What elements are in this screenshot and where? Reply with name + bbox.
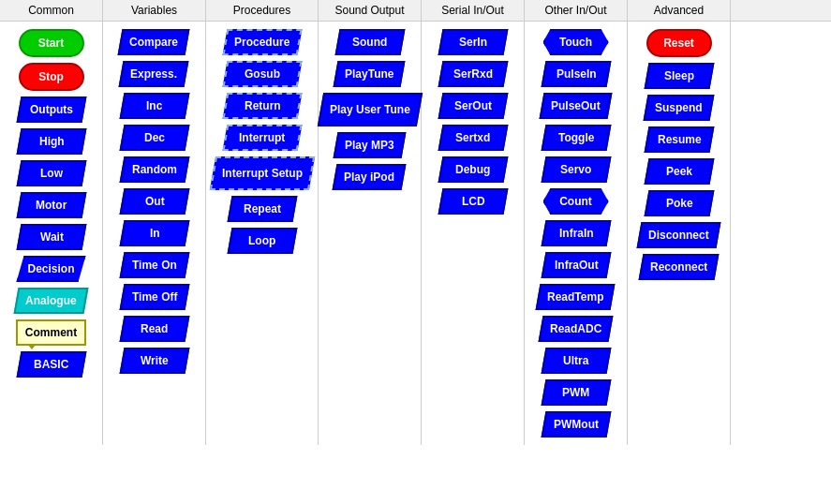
in-button[interactable]: In	[119, 220, 189, 246]
column-procedures: Procedure Gosub Return Interrupt Interru…	[206, 22, 319, 445]
express-button[interactable]: Express.	[119, 61, 189, 87]
pulseout-button[interactable]: PulseOut	[540, 93, 613, 119]
decision-button[interactable]: Decision	[16, 256, 85, 282]
suspend-button[interactable]: Suspend	[644, 95, 715, 121]
interrupt-button[interactable]: Interrupt	[222, 125, 302, 151]
gosub-button[interactable]: Gosub	[222, 61, 302, 87]
reconnect-button[interactable]: Reconnect	[638, 254, 719, 280]
peek-button[interactable]: Peek	[644, 158, 714, 185]
serin-button[interactable]: SerIn	[438, 29, 508, 55]
column-other: Touch PulseIn PulseOut Toggle Servo Coun…	[525, 22, 628, 445]
basic-button[interactable]: BASIC	[16, 351, 86, 378]
sound-button[interactable]: Sound	[334, 29, 405, 55]
servo-button[interactable]: Servo	[541, 156, 611, 183]
infraout-button[interactable]: InfraOut	[541, 252, 611, 278]
playusertune-button[interactable]: Play User Tune	[317, 93, 422, 126]
toggle-button[interactable]: Toggle	[541, 125, 611, 151]
loop-button[interactable]: Loop	[227, 228, 297, 254]
out-button[interactable]: Out	[119, 188, 189, 215]
debug-button[interactable]: Debug	[438, 156, 508, 183]
pwm-button[interactable]: PWM	[541, 379, 611, 406]
return-button[interactable]: Return	[222, 93, 302, 119]
sertxd-button[interactable]: Sertxd	[438, 125, 508, 151]
playmp3-button[interactable]: Play MP3	[334, 132, 407, 158]
serrxd-button[interactable]: SerRxd	[438, 61, 508, 87]
timeon-button[interactable]: Time On	[119, 252, 189, 278]
repeat-button[interactable]: Repeat	[227, 196, 297, 222]
read-button[interactable]: Read	[119, 316, 189, 342]
pwmout-button[interactable]: PWMout	[541, 411, 611, 437]
dec-button[interactable]: Dec	[119, 125, 189, 151]
outputs-button[interactable]: Outputs	[16, 96, 86, 123]
playtune-button[interactable]: PlayTune	[334, 61, 406, 87]
count-button[interactable]: Count	[543, 188, 609, 215]
touch-button[interactable]: Touch	[543, 29, 609, 55]
header-common: Common	[0, 0, 103, 21]
header-advanced: Advanced	[628, 0, 731, 21]
compare-button[interactable]: Compare	[118, 29, 190, 55]
interruptsetup-button[interactable]: Interrupt Setup	[209, 156, 314, 190]
reset-button[interactable]: Reset	[646, 29, 712, 57]
column-variables: Compare Express. Inc Dec Random Out In T…	[103, 22, 206, 445]
stop-button[interactable]: Stop	[19, 63, 84, 91]
wait-button[interactable]: Wait	[16, 224, 86, 250]
main-area: Start Stop Outputs High Low Motor Wait D…	[0, 22, 831, 445]
start-button[interactable]: Start	[19, 29, 84, 57]
playipod-button[interactable]: Play iPod	[333, 164, 407, 190]
readtemp-button[interactable]: ReadTemp	[536, 284, 616, 310]
column-common: Start Stop Outputs High Low Motor Wait D…	[0, 22, 103, 445]
serout-button[interactable]: SerOut	[438, 93, 508, 119]
lcd-button[interactable]: LCD	[438, 188, 508, 215]
header-row: Common Variables Procedures Sound Output…	[0, 0, 831, 22]
ultra-button[interactable]: Ultra	[541, 348, 611, 374]
motor-button[interactable]: Motor	[16, 192, 86, 218]
pulsein-button[interactable]: PulseIn	[541, 61, 611, 87]
header-other: Other In/Out	[525, 0, 628, 21]
analogue-button[interactable]: Analogue	[14, 288, 89, 314]
procedure-button[interactable]: Procedure	[222, 29, 302, 55]
high-button[interactable]: High	[16, 128, 86, 155]
header-serial: Serial In/Out	[422, 0, 525, 21]
disconnect-button[interactable]: Disconnect	[637, 222, 721, 248]
sleep-button[interactable]: Sleep	[644, 63, 714, 89]
low-button[interactable]: Low	[16, 160, 86, 186]
timeoff-button[interactable]: Time Off	[119, 284, 189, 310]
column-sound: Sound PlayTune Play User Tune Play MP3 P…	[319, 22, 422, 445]
inc-button[interactable]: Inc	[119, 93, 189, 119]
column-advanced: Reset Sleep Suspend Resume Peek Poke Dis…	[628, 22, 731, 445]
header-sound: Sound Output	[319, 0, 422, 21]
random-button[interactable]: Random	[119, 156, 189, 183]
resume-button[interactable]: Resume	[644, 126, 714, 153]
header-procedures: Procedures	[206, 0, 319, 21]
comment-button[interactable]: Comment	[16, 319, 86, 346]
infrain-button[interactable]: InfraIn	[541, 220, 611, 246]
column-serial: SerIn SerRxd SerOut Sertxd Debug LCD	[422, 22, 525, 445]
header-variables: Variables	[103, 0, 206, 21]
readadc-button[interactable]: ReadADC	[538, 316, 613, 342]
write-button[interactable]: Write	[119, 348, 189, 374]
poke-button[interactable]: Poke	[644, 190, 714, 216]
